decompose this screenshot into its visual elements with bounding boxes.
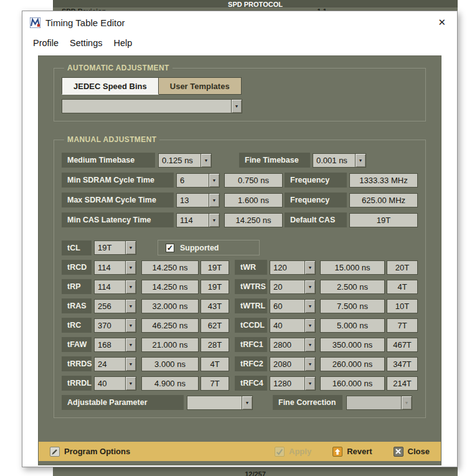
trrdl-combo[interactable]: 40▼ bbox=[94, 376, 136, 391]
trfc1-combo[interactable]: 2800▼ bbox=[270, 338, 316, 352]
adjustable-parameter-label: Adjustable Parameter bbox=[62, 395, 184, 410]
chevron-down-icon[interactable]: ▼ bbox=[304, 319, 315, 332]
chevron-down-icon[interactable]: ▼ bbox=[125, 300, 136, 313]
chevron-down-icon[interactable]: ▼ bbox=[125, 241, 136, 254]
adjustable-row: Adjustable Parameter ▼ Fine Correction ▼ bbox=[62, 395, 418, 410]
min-cycle-ns: 0.750 ns bbox=[224, 173, 283, 188]
close-icon[interactable]: ✕ bbox=[434, 16, 450, 29]
supported-checkbox[interactable]: ✓ bbox=[166, 244, 174, 252]
trfc4-combo[interactable]: 1280▼ bbox=[270, 376, 316, 391]
check-icon bbox=[275, 447, 285, 457]
trfc4-ns: 160.000 ns bbox=[320, 376, 385, 391]
trp-label: tRP bbox=[62, 279, 92, 294]
chevron-down-icon[interactable]: ▼ bbox=[125, 358, 136, 371]
twtrs-combo[interactable]: 20▼ bbox=[270, 280, 316, 294]
manual-adjustment-legend: MANUAL ADJUSTMENT bbox=[64, 135, 159, 144]
chevron-down-icon[interactable]: ▼ bbox=[304, 300, 315, 313]
chevron-down-icon[interactable]: ▼ bbox=[242, 396, 252, 409]
chevron-down-icon[interactable]: ▼ bbox=[304, 377, 315, 390]
medium-timebase-combo[interactable]: 0.125 ns ▼ bbox=[158, 153, 212, 168]
trc-combo[interactable]: 370▼ bbox=[94, 318, 136, 333]
twr-combo[interactable]: 120▼ bbox=[270, 260, 316, 275]
chevron-down-icon[interactable]: ▼ bbox=[125, 319, 136, 332]
background-window: SPD PROTOCOL SPD Revision 1.1 bbox=[53, 0, 458, 11]
speed-bin-combo[interactable]: ▼ bbox=[62, 99, 242, 113]
twtrs-t: 4T bbox=[387, 280, 418, 294]
timing-row: tRP 114▼ 14.250 ns 19T tWTRS 20▼ 2.500 n… bbox=[62, 279, 418, 294]
trfc2-label: tRFC2 bbox=[235, 356, 267, 371]
background-bottom-row: 12/257 bbox=[53, 467, 458, 476]
apply-button[interactable]: Apply bbox=[275, 447, 311, 457]
tfaw-combo[interactable]: 168▼ bbox=[94, 338, 136, 352]
min-cycle-label: Min SDRAM Cycle Time bbox=[62, 173, 174, 188]
trc-t: 62T bbox=[200, 318, 229, 333]
trc-label: tRC bbox=[62, 318, 92, 333]
chevron-down-icon[interactable]: ▼ bbox=[304, 358, 315, 371]
default-cas-label: Default CAS bbox=[285, 212, 347, 227]
chevron-down-icon[interactable]: ▼ bbox=[209, 174, 219, 187]
timing-table-editor-window: Timing Table Editor ✕ Profile Settings H… bbox=[22, 11, 458, 467]
trfc1-label: tRFC1 bbox=[235, 337, 267, 352]
tab-user-templates[interactable]: User Templates bbox=[159, 77, 242, 95]
min-cycle-row: Min SDRAM Cycle Time 6 ▼ 0.750 ns Freque… bbox=[62, 173, 418, 188]
x-icon bbox=[394, 447, 403, 457]
min-cas-combo[interactable]: 114 ▼ bbox=[176, 213, 220, 227]
chevron-down-icon[interactable]: ▼ bbox=[209, 194, 219, 207]
max-cycle-combo[interactable]: 13 ▼ bbox=[176, 193, 220, 207]
twtrs-label: tWTRS bbox=[235, 279, 267, 294]
trrdl-ns: 4.900 ns bbox=[141, 376, 199, 391]
window-title: Timing Table Editor bbox=[45, 17, 125, 28]
trcd-combo[interactable]: 114▼ bbox=[94, 260, 136, 275]
twtrl-ns: 7.500 ns bbox=[320, 299, 385, 313]
menu-item-profile[interactable]: Profile bbox=[27, 36, 64, 50]
medium-timebase-label: Medium Timebase bbox=[62, 153, 155, 168]
trp-combo[interactable]: 114▼ bbox=[94, 280, 136, 294]
frequency-value: 625.00 MHz bbox=[349, 193, 418, 207]
trrds-combo[interactable]: 24▼ bbox=[94, 357, 136, 371]
chevron-down-icon[interactable]: ▼ bbox=[304, 280, 315, 293]
chevron-down-icon[interactable]: ▼ bbox=[304, 261, 315, 274]
chevron-down-icon[interactable]: ▼ bbox=[200, 154, 211, 167]
trrds-t: 4T bbox=[200, 357, 229, 371]
adjustable-parameter-combo[interactable]: ▼ bbox=[187, 396, 253, 410]
tccdl-combo[interactable]: 40▼ bbox=[270, 318, 316, 333]
close-button[interactable]: Close bbox=[394, 447, 430, 457]
trfc4-t: 214T bbox=[387, 376, 418, 391]
default-cas-value: 19T bbox=[349, 213, 418, 227]
manual-adjustment-group: MANUAL ADJUSTMENT Medium Timebase 0.125 … bbox=[54, 135, 426, 418]
titlebar[interactable]: Timing Table Editor ✕ bbox=[22, 11, 457, 34]
program-options-button[interactable]: Program Options bbox=[50, 447, 130, 457]
tab-jedec-speed-bins[interactable]: JEDEC Speed Bins bbox=[62, 77, 159, 95]
timing-row: tRC 370▼ 46.250 ns 62T tCCDL 40▼ 5.000 n… bbox=[62, 318, 418, 333]
tcl-combo[interactable]: 19T ▼ bbox=[94, 240, 136, 255]
fine-timebase-combo[interactable]: 0.001 ns ▼ bbox=[313, 153, 366, 168]
timebase-row: Medium Timebase 0.125 ns ▼ Fine Timebase… bbox=[62, 153, 418, 168]
chevron-down-icon[interactable]: ▼ bbox=[355, 154, 366, 167]
min-cycle-combo[interactable]: 6 ▼ bbox=[176, 173, 220, 188]
twtrl-label: tWTRL bbox=[235, 298, 267, 313]
twr-t: 20T bbox=[387, 260, 418, 275]
chevron-down-icon[interactable]: ▼ bbox=[125, 338, 136, 351]
min-cas-label: Min CAS Latency Time bbox=[62, 212, 174, 227]
fine-correction-combo[interactable]: ▼ bbox=[346, 396, 412, 410]
trrds-ns: 3.000 ns bbox=[141, 357, 199, 371]
frequency-label: Frequency bbox=[285, 193, 347, 207]
revert-button[interactable]: Revert bbox=[333, 447, 372, 457]
supported-label: Supported bbox=[180, 244, 219, 252]
spd-protocol-header: SPD PROTOCOL bbox=[53, 0, 458, 7]
chevron-down-icon[interactable]: ▼ bbox=[125, 377, 136, 390]
tcl-row: tCL 19T ▼ ✓ Supported bbox=[62, 240, 418, 255]
tras-combo[interactable]: 256▼ bbox=[94, 299, 136, 313]
chevron-down-icon[interactable]: ▼ bbox=[125, 280, 136, 293]
twtrl-combo[interactable]: 60▼ bbox=[270, 299, 316, 313]
chevron-down-icon[interactable]: ▼ bbox=[231, 100, 242, 113]
menu-item-settings[interactable]: Settings bbox=[64, 36, 108, 50]
chevron-down-icon[interactable]: ▼ bbox=[304, 338, 315, 351]
chevron-down-icon[interactable]: ▼ bbox=[401, 396, 412, 409]
menu-item-help[interactable]: Help bbox=[108, 36, 138, 50]
chevron-down-icon[interactable]: ▼ bbox=[125, 261, 136, 274]
trfc2-t: 347T bbox=[387, 357, 418, 371]
trfc2-combo[interactable]: 2080▼ bbox=[270, 357, 316, 371]
tras-label: tRAS bbox=[62, 298, 92, 313]
chevron-down-icon[interactable]: ▼ bbox=[209, 214, 219, 227]
